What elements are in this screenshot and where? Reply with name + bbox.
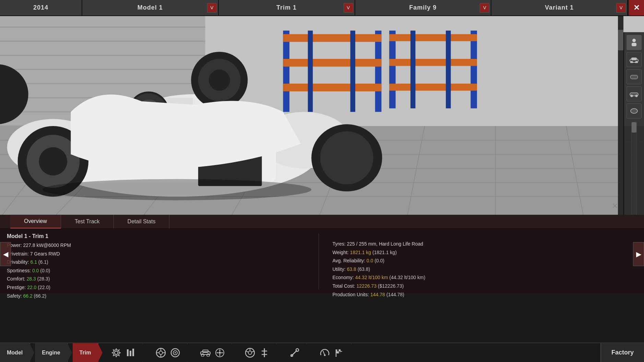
bars-icon[interactable]: [124, 347, 137, 359]
view-side-button[interactable]: [627, 86, 642, 101]
nav-model[interactable]: Model: [0, 343, 30, 362]
scrollbar-handle[interactable]: [618, 30, 623, 50]
svg-point-114: [324, 354, 326, 356]
right-panel: ▼: [623, 32, 644, 215]
close-button[interactable]: ✕: [628, 0, 644, 15]
nav-factory[interactable]: Factory: [600, 343, 644, 362]
suspension-icon[interactable]: [258, 347, 271, 359]
safety-raw: (66.2): [33, 293, 46, 299]
fan-icon[interactable]: [214, 347, 226, 359]
model-label: Model 1: [138, 4, 163, 11]
trim-label: Trim 1: [276, 4, 297, 11]
model-v-button[interactable]: V: [207, 3, 217, 13]
svg-point-47: [39, 147, 68, 176]
nav-trim-label: Trim: [80, 350, 91, 356]
comfort-raw: (28.3): [36, 276, 50, 282]
svg-rect-71: [632, 43, 636, 46]
svg-rect-35: [389, 34, 477, 41]
svg-rect-86: [132, 349, 134, 356]
reliability-value: 0.0: [367, 258, 373, 263]
comfort-label: Comfort:: [7, 276, 27, 282]
nav-engine[interactable]: Engine: [35, 343, 68, 362]
speed-icon[interactable]: [319, 347, 331, 359]
svg-rect-32: [350, 30, 355, 112]
gear-icon[interactable]: [110, 347, 122, 359]
tab-detail-stats[interactable]: Detail Stats: [114, 215, 170, 228]
variant-label: Variant 1: [545, 4, 574, 11]
total-cost-label: Total Cost:: [333, 283, 357, 289]
variant-tab[interactable]: Variant 1 V: [491, 0, 628, 15]
drivability-stat: Drivability: 6.1 (6.1): [7, 259, 312, 266]
svg-point-95: [175, 352, 176, 353]
economy-raw: (44.32 lt/100 km): [388, 275, 425, 280]
nav-engine-icons: [103, 343, 143, 362]
family-v-button[interactable]: V: [480, 3, 489, 13]
weight-label: Weight:: [333, 250, 350, 255]
svg-point-80: [635, 95, 638, 97]
production-units-value: 144.78: [370, 292, 385, 297]
family-label: Family 9: [409, 4, 437, 11]
wheel-icon[interactable]: [155, 347, 167, 359]
sportiness-raw: (0.0): [39, 268, 50, 273]
view-scrollbar[interactable]: [631, 122, 637, 215]
stats-content: Model 1 - Trim 1 Power: 227.8 kW@6000 RP…: [0, 229, 644, 294]
svg-point-111: [296, 349, 299, 351]
svg-point-69: [43, 179, 311, 200]
svg-point-79: [631, 95, 633, 97]
prestige-stat: Prestige: 22.0 (22.0): [7, 284, 312, 291]
utility-value: 63.8: [347, 266, 356, 272]
stats-left-column: Model 1 - Trim 1 Power: 227.8 kW@6000 RP…: [7, 233, 319, 289]
prestige-value: 22.0: [27, 285, 36, 290]
safety-label: Safety:: [7, 293, 23, 299]
weight-raw: (1821.1 kg): [371, 250, 397, 255]
stats-nav-right-arrow[interactable]: ▶: [633, 242, 644, 266]
svg-rect-75: [631, 58, 637, 60]
power-stat: Power: 227.8 kW@6000 RPM: [7, 242, 312, 249]
view-person-button[interactable]: [627, 35, 642, 50]
production-units-label: Production Units:: [333, 292, 371, 297]
nav-model-label: Model: [7, 350, 23, 356]
economy-value: 44.32 lt/100 km: [355, 275, 388, 280]
trim-v-button[interactable]: V: [344, 3, 353, 13]
model-tab[interactable]: Model 1 V: [82, 0, 219, 15]
axle-icon[interactable]: [169, 347, 181, 359]
nav-drivetrain-icons: [148, 343, 188, 362]
wrench-icon[interactable]: [288, 347, 301, 359]
sportiness-label: Sportiness:: [7, 268, 32, 273]
family-tab[interactable]: Family 9 V: [355, 0, 492, 15]
svg-point-50: [209, 70, 230, 91]
nav-trim[interactable]: Trim: [73, 343, 99, 362]
trim-tab[interactable]: Trim 1 V: [219, 0, 355, 15]
svg-point-81: [631, 109, 637, 113]
view-exterior-button[interactable]: [627, 52, 642, 67]
close-float-button[interactable]: ✕: [610, 201, 620, 211]
main-3d-view: ▼ ✕: [0, 16, 644, 215]
svg-point-74: [635, 61, 638, 63]
weight-stat: Weight: 1821.1 kg (1821.1 kg): [333, 249, 637, 256]
view-top-button[interactable]: [627, 103, 642, 118]
svg-rect-39: [446, 30, 451, 108]
svg-rect-33: [389, 30, 396, 108]
bottom-nav-bar: Model Engine Trim: [0, 342, 644, 362]
stats-right-column: Tyres: 225 / 255 mm, Hard Long Life Road…: [319, 233, 637, 289]
steering-icon[interactable]: [244, 347, 256, 359]
safety-value: 66.2: [23, 293, 32, 299]
economy-stat: Economy: 44.32 lt/100 km (44.32 lt/100 k…: [333, 274, 637, 281]
scrollbar-thumb: [632, 122, 636, 133]
svg-rect-26: [283, 30, 289, 112]
sportiness-value: 0.0: [32, 268, 39, 273]
economy-label: Economy:: [333, 275, 355, 280]
chassis-icon[interactable]: [199, 347, 212, 359]
variant-v-button[interactable]: V: [616, 3, 626, 13]
tab-overview[interactable]: Overview: [10, 215, 61, 228]
total-cost-stat: Total Cost: 12226.73 ($12226.73): [333, 283, 637, 290]
tab-test-track[interactable]: Test Track: [61, 215, 114, 228]
svg-point-82: [115, 351, 118, 354]
nav-aero-icons: [282, 343, 307, 362]
flag-icon[interactable]: [333, 347, 345, 359]
safety-stat: Safety: 66.2 (66.2): [7, 293, 312, 300]
stats-nav-left-arrow[interactable]: ◀: [0, 242, 11, 266]
production-units-stat: Production Units: 144.78 (144.78): [333, 291, 637, 298]
nav-body-icons: [192, 343, 232, 362]
view-front-button[interactable]: [627, 69, 642, 84]
